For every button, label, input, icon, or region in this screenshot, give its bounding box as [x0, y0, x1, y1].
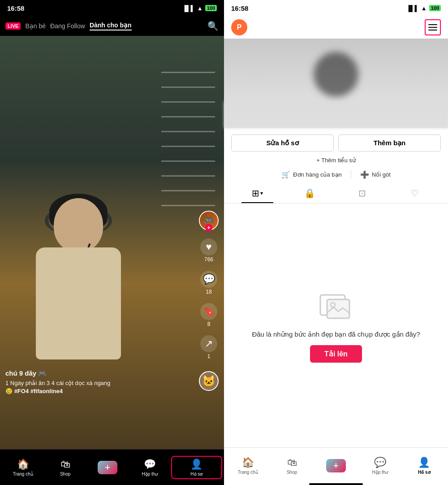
- photos-empty-icon: [318, 288, 354, 324]
- blurred-banner: [224, 101, 448, 128]
- svg-rect-1: [327, 299, 349, 318]
- nav-tab-danh-cho-ban[interactable]: Dành cho bạn: [90, 22, 132, 30]
- rnav-profile[interactable]: 👤 Hồ sơ: [402, 457, 446, 475]
- home-icon: 🏠: [17, 459, 29, 470]
- profile-label: Hồ sơ: [190, 472, 202, 476]
- like-count: 766: [204, 256, 213, 263]
- search-button[interactable]: 🔍: [207, 21, 219, 31]
- menu-line-1: [428, 24, 437, 25]
- nav-inbox[interactable]: 💬 Hộp thư: [129, 459, 171, 476]
- music-avatar[interactable]: 🐱: [199, 371, 219, 391]
- connect-icon: ➕: [360, 170, 369, 179]
- comment-icon: 💬: [200, 271, 217, 288]
- hashtag-text[interactable]: #FO4 #fifaonline4: [14, 388, 63, 394]
- nav-shop[interactable]: 🛍 Shop: [44, 459, 86, 476]
- left-bottom-nav: 🏠 Trang chủ 🛍 Shop + 💬 Hộp thư 👤 Hồ sơ: [0, 449, 224, 485]
- rnav-home-label: Trang chủ: [238, 470, 258, 475]
- share-action[interactable]: ↗ 1: [200, 335, 217, 359]
- menu-button[interactable]: [425, 19, 441, 35]
- right-panel: 16:58 ▐▌▌ ▲ 100 P Sửa hồ sơ Thêm bạn + T…: [224, 0, 448, 485]
- repost-icon: ⊡: [358, 188, 366, 199]
- empty-state: Đâu là những bức ảnh đẹp bạn đã chụp đượ…: [224, 204, 448, 447]
- tab-repost[interactable]: ⊡: [336, 183, 388, 203]
- live-badge[interactable]: LIVE: [5, 22, 21, 30]
- share-count: 1: [207, 353, 211, 359]
- upload-button[interactable]: Tải lên: [310, 345, 362, 363]
- inbox-icon: 💬: [144, 459, 156, 470]
- menu-line-3: [428, 30, 437, 30]
- rnav-shop-label: Shop: [287, 470, 297, 475]
- rnav-inbox-label: Hộp thư: [372, 470, 388, 475]
- add-bio-link[interactable]: + Thêm tiểu sử: [316, 157, 356, 164]
- quick-links: 🛒 Đơn hàng của bạn ➕ Nối gót: [224, 167, 448, 183]
- add-friend-button[interactable]: Thêm bạn: [338, 134, 441, 152]
- inbox-label: Hộp thư: [142, 472, 158, 476]
- rnav-home-icon: 🏠: [242, 457, 254, 468]
- edit-profile-button[interactable]: Sửa hồ sơ: [231, 134, 334, 152]
- profile-header: P: [224, 16, 448, 39]
- right-status-icons: ▐▌▌ ▲ 100: [406, 5, 441, 12]
- home-label: Trang chủ: [13, 472, 33, 476]
- tab-arrow-icon: ▾: [260, 190, 263, 196]
- person-body: [36, 247, 121, 359]
- heart-outline-icon: ♡: [411, 188, 419, 199]
- rnav-profile-label: Hồ sơ: [418, 470, 431, 475]
- rnav-home[interactable]: 🏠 Trang chủ: [226, 457, 270, 475]
- rnav-inbox[interactable]: 💬 Hộp thư: [358, 457, 402, 475]
- orders-link[interactable]: 🛒 Đơn hàng của bạn: [281, 170, 342, 179]
- rnav-shop[interactable]: 🛍 Shop: [270, 457, 314, 475]
- home-indicator: [309, 483, 363, 485]
- comment-action[interactable]: 💬 18: [200, 271, 217, 295]
- connect-link[interactable]: ➕ Nối gót: [360, 170, 391, 179]
- create-plus-button[interactable]: +: [98, 461, 117, 474]
- tab-liked[interactable]: ♡: [388, 183, 441, 203]
- nav-create[interactable]: +: [86, 461, 129, 474]
- heart-icon: ♥: [200, 238, 217, 255]
- rnav-profile-icon: 👤: [418, 457, 430, 468]
- nav-home[interactable]: 🏠 Trang chủ: [2, 459, 44, 476]
- empty-title: Đâu là những bức ảnh đẹp bạn đã chụp đượ…: [252, 330, 420, 338]
- nav-profile[interactable]: 👤 Hồ sơ: [171, 456, 222, 479]
- quick-link-separator: [351, 170, 351, 179]
- right-time: 16:58: [231, 4, 248, 12]
- cart-icon: 🛒: [281, 170, 290, 179]
- lock-icon: 🔒: [304, 188, 315, 199]
- nav-tab-ban-be[interactable]: Bạn bè: [25, 22, 46, 30]
- rnav-inbox-icon: 💬: [374, 457, 386, 468]
- video-username[interactable]: chú 9 dây 🎮: [5, 369, 193, 377]
- left-status-icons: ▐▌▌ ▲ 100: [182, 5, 217, 12]
- avatar-letter: P: [237, 23, 242, 31]
- caption-text: 1 Ngày phải ăn 3 4 cái cột dọc xà ngang: [5, 380, 110, 386]
- right-bottom-nav: 🏠 Trang chủ 🛍 Shop + 💬 Hộp thư 👤 Hồ sơ: [224, 447, 448, 483]
- tab-lock[interactable]: 🔒: [284, 183, 336, 203]
- comment-count: 18: [206, 289, 211, 295]
- shop-label: Shop: [60, 472, 70, 476]
- empty-icon-container: [318, 288, 354, 324]
- nav-tab-dang-follow[interactable]: Đang Follow: [50, 22, 85, 30]
- blurred-avatar: [314, 52, 358, 97]
- rnav-create[interactable]: +: [314, 459, 358, 472]
- tab-grid[interactable]: ⊞ ▾: [231, 183, 284, 203]
- like-action[interactable]: ♥ 766: [200, 238, 217, 263]
- empty-state-text: Đâu là những bức ảnh đẹp bạn đã chụp đượ…: [252, 329, 420, 340]
- left-status-bar: 16:58 ▐▌▌ ▲ 100: [0, 0, 224, 16]
- wifi-icon: ▲: [197, 5, 203, 12]
- rnav-create-button[interactable]: +: [326, 459, 346, 472]
- grid-icon: ⊞: [252, 188, 259, 199]
- right-actions: 🎮 + ♥ 766 💬 18 🔖 8 ↗ 1: [199, 211, 219, 359]
- orders-label: Đơn hàng của bạn: [293, 171, 342, 178]
- right-battery: 100: [429, 5, 441, 11]
- right-wifi-icon: ▲: [421, 5, 427, 12]
- rnav-shop-icon: 🛍: [287, 457, 297, 468]
- profile-tabs: ⊞ ▾ 🔒 ⊡ ♡: [224, 183, 448, 204]
- video-area[interactable]: 🎮 + ♥ 766 💬 18 🔖 8 ↗ 1 chú 9 dây 🎮: [0, 36, 224, 449]
- bookmark-count: 8: [207, 321, 211, 327]
- bookmark-action[interactable]: 🔖 8: [200, 303, 217, 327]
- menu-line-2: [428, 27, 437, 28]
- connect-label: Nối gót: [372, 171, 391, 178]
- creator-avatar[interactable]: 🎮 +: [199, 211, 219, 230]
- bookmark-icon: 🔖: [200, 303, 217, 320]
- video-caption: 1 Ngày phải ăn 3 4 cái cột dọc xà ngang …: [5, 379, 193, 395]
- follow-plus-badge: +: [205, 224, 212, 231]
- profile-action-buttons: Sửa hồ sơ Thêm bạn: [224, 128, 448, 155]
